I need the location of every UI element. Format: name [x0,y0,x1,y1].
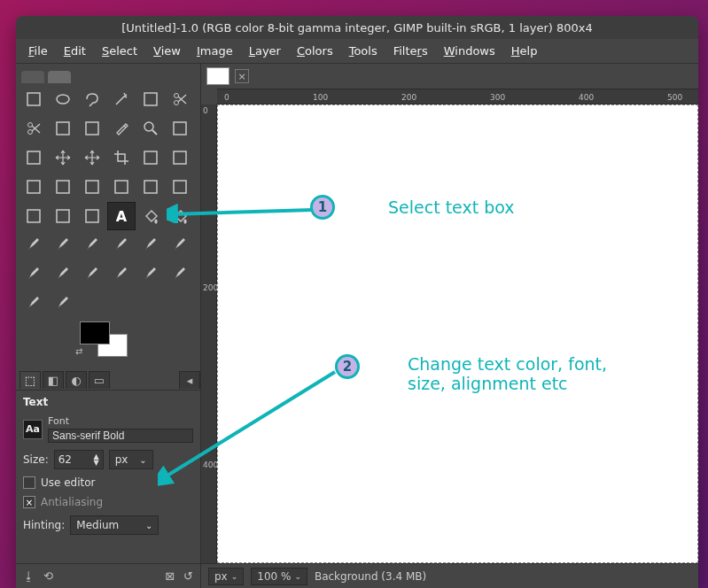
svg-point-3 [175,94,179,98]
color-swatches: ⇄ [16,320,200,371]
menu-edit[interactable]: Edit [57,41,93,61]
canvas[interactable] [217,104,698,563]
tool-cage[interactable] [136,173,165,201]
svg-point-6 [28,130,33,135]
tool-perspective-clone[interactable] [49,260,77,289]
tool-heal[interactable] [19,260,48,289]
swap-colors-icon[interactable]: ⇄ [75,346,82,356]
history-tab-icon[interactable] [21,71,44,83]
tool-dodge[interactable] [136,260,165,289]
tool-fuzzy-select[interactable] [107,85,136,113]
tool-crop[interactable] [107,143,136,172]
tool-ink[interactable] [136,231,165,259]
tool-shear[interactable] [78,173,106,201]
tool-options-heading: Text [23,396,193,408]
antialiasing-checkbox[interactable]: × Antialiasing [23,496,193,508]
tool-mypaint[interactable] [19,290,48,318]
statusbar: px ⌄ 100 % ⌄ Background (3.4 MB) [201,563,698,588]
ruler-v-tick: 200 [203,283,218,292]
tab-menu-icon[interactable]: ◂ [179,371,200,389]
tool-flip-h[interactable] [19,202,48,230]
canvas-area: × 0100200300400500 0200400 px ⌄ 100 % ⌄ … [201,64,698,588]
tool-unified-transform[interactable] [19,173,48,201]
tool-options-tab-icon[interactable]: ⬚ [19,371,41,389]
tool-measure[interactable] [166,114,194,143]
font-label: Font [48,415,193,427]
tool-paintbrush[interactable] [49,231,77,259]
tool-gradient[interactable] [166,202,194,230]
menu-filters[interactable]: Filters [386,41,435,61]
horizontal-ruler[interactable]: 0100200300400500 [217,89,698,104]
use-editor-checkbox[interactable]: Use editor [23,476,193,489]
tool-burn[interactable] [166,260,194,289]
tool-ellipse-select[interactable] [49,85,77,113]
history-tab-icon[interactable]: ◐ [66,371,87,389]
status-unit-combo[interactable]: px ⌄ [208,568,244,585]
menu-windows[interactable]: Windows [437,41,502,61]
toolbox-tab-icon[interactable] [48,71,71,83]
tool-foreground-select[interactable] [49,114,77,143]
tool-handle-transform[interactable] [49,173,77,201]
tool-bucket[interactable] [136,202,165,230]
tool-clone[interactable] [166,231,194,259]
menu-colors[interactable]: Colors [290,41,340,61]
tool-flip[interactable] [107,173,136,201]
svg-point-4 [175,101,179,105]
menu-tools[interactable]: Tools [342,41,385,61]
tool-move[interactable] [49,143,77,172]
tool-text[interactable]: A [107,202,136,230]
vertical-ruler[interactable]: 0200400 [201,104,217,563]
menu-view[interactable]: View [146,41,188,61]
tool-rectangle-select[interactable] [19,85,48,113]
chevron-down-icon: ⌄ [231,572,238,581]
reset-icon[interactable]: ↺ [183,569,193,583]
tool-options-footer: ⭳ ⟲ ⊠ ↺ [16,563,200,588]
ruler-v-tick: 400 [203,460,218,469]
tool-eraser[interactable] [78,231,106,259]
menu-image[interactable]: Image [190,41,240,61]
tool-zoom[interactable] [136,114,165,143]
tool-color-select[interactable] [136,85,165,113]
svg-rect-21 [27,210,40,222]
tool-scissors[interactable] [19,114,48,143]
delete-preset-icon[interactable]: ⊠ [165,569,175,583]
image-thumbnail[interactable] [206,67,230,85]
devices-tab-icon[interactable]: ◧ [43,371,64,389]
content-area: A ⇄ ⬚ ◧ ◐ ▭ ◂ Text Aa Font [16,64,698,588]
tool-paths[interactable] [78,114,106,143]
menu-help[interactable]: Help [504,41,545,61]
tool-rotate[interactable] [136,143,165,172]
ruler-h-tick: 500 [667,93,682,102]
tool-free-select[interactable] [78,85,106,113]
tool-smudge[interactable] [107,260,136,289]
tool-warp[interactable] [166,173,194,201]
tool-perspective[interactable] [166,143,194,172]
font-row: Aa Font [23,415,193,443]
font-size-input[interactable]: 62 ▲▼ [54,450,104,469]
save-preset-icon[interactable]: ⭳ [23,569,35,583]
menu-select[interactable]: Select [95,41,144,61]
tool-intelligent-scissors[interactable] [166,85,194,113]
tool-blur[interactable] [78,260,106,289]
menu-layer[interactable]: Layer [242,41,288,61]
tool-align[interactable] [78,143,106,172]
hinting-combo[interactable]: Medium ⌄ [70,515,159,535]
images-tab-icon[interactable]: ▭ [89,371,110,389]
restore-preset-icon[interactable]: ⟲ [43,569,53,583]
svg-point-9 [144,122,153,131]
font-name-input[interactable] [48,429,193,443]
font-size-unit-combo[interactable]: px ⌄ [109,450,153,469]
tool-pencil[interactable] [19,231,48,259]
chevron-down-icon: ⌄ [145,521,152,530]
tool-cage-transform[interactable] [49,202,77,230]
zoom-combo[interactable]: 100 % ⌄ [251,568,307,585]
tool-smudge-2[interactable] [49,290,77,318]
font-preview-icon[interactable]: Aa [23,420,43,439]
close-image-button[interactable]: × [235,69,249,83]
menu-file[interactable]: File [21,41,55,61]
tool-warp-transform[interactable] [78,202,106,230]
tool-measure-angle[interactable] [19,143,48,172]
tool-color-picker[interactable] [107,114,136,143]
tool-airbrush[interactable] [107,231,136,259]
foreground-color-swatch[interactable] [80,321,110,344]
